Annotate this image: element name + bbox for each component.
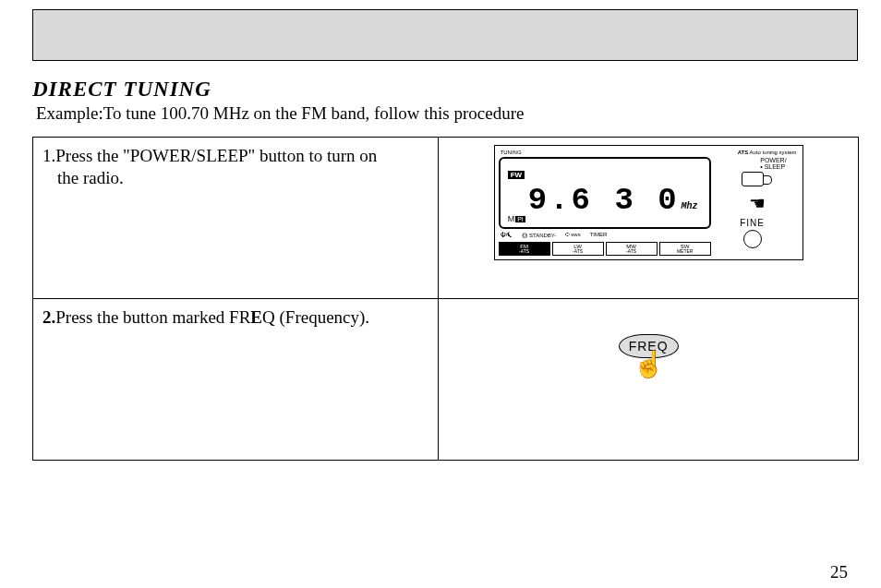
step-num: 2. <box>42 307 55 327</box>
steps-table: 1.Press the "POWER/SLEEP" button to turn… <box>32 137 859 461</box>
timer-icon: TIMER <box>590 232 608 238</box>
sws-icon: ⏲sws <box>565 232 580 238</box>
step-2-image: FREQ ☝ <box>439 299 859 461</box>
lcd-memory: MPI <box>508 214 525 223</box>
power-sleep-switch <box>742 172 764 186</box>
radio-indicator-row: ⏻/⏾ ⟪⟫ STANDBY- ⏲sws TIMER <box>501 232 713 238</box>
step-text: Press the "POWER/SLEEP" button to turn o… <box>55 146 377 165</box>
fine-knob <box>743 230 762 248</box>
radio-diagram: TUNING ATS Auto tuning system FW 9.6 3 0… <box>494 145 803 260</box>
radio-lcd: FW 9.6 3 0Mhz MPI <box>499 157 711 229</box>
step-2-text: 2.Press the button marked FREQ (Frequenc… <box>33 299 439 461</box>
fine-label: FINE <box>740 218 765 228</box>
step-text-bold: E <box>250 307 262 327</box>
band-fm: FM-ATS <box>499 242 550 256</box>
power-sleep-icon: ⏻/⏾ <box>501 232 513 238</box>
standby-icon: ⟪⟫ STANDBY- <box>522 232 556 238</box>
step-text-post: Q (Frequency). <box>262 307 369 327</box>
step-1-text: 1.Press the "POWER/SLEEP" button to turn… <box>33 138 439 299</box>
lcd-frequency: 9.6 3 0Mhz <box>508 183 698 218</box>
hand-pointer-icon: ☚ <box>749 192 766 214</box>
radio-tuning-label: TUNING <box>501 150 522 155</box>
band-sw: SWMETER <box>659 242 711 256</box>
step-text-cont: the radio. <box>42 167 428 189</box>
power-sleep-label: POWER/ • SLEEP <box>760 157 786 170</box>
table-row: 2.Press the button marked FREQ (Frequenc… <box>33 299 859 461</box>
hand-pointer-icon: ☝ <box>619 354 679 375</box>
band-buttons-row: FM-ATS LW-ATS MW-ATS SWMETER <box>499 242 711 256</box>
section-title: DIRECT TUNING <box>32 78 863 102</box>
band-mw: MW-ATS <box>606 242 658 256</box>
step-1-image: TUNING ATS Auto tuning system FW 9.6 3 0… <box>439 138 859 299</box>
step-num: 1. <box>42 146 55 165</box>
radio-brand: ATS Auto tuning system <box>738 150 797 155</box>
table-row: 1.Press the "POWER/SLEEP" button to turn… <box>33 138 859 299</box>
page-number: 25 <box>830 562 848 582</box>
example-line: Example:To tune 100.70 MHz on the FM ban… <box>36 103 863 124</box>
lcd-fw-badge: FW <box>508 171 525 179</box>
header-bar <box>32 9 858 61</box>
band-lw: LW-ATS <box>552 242 604 256</box>
step-text-pre: Press the button marked FR <box>55 307 250 327</box>
